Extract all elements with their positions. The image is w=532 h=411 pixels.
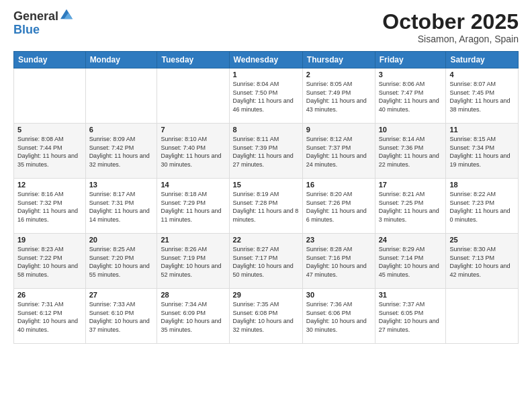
day-content: Sunrise: 7:33 AM Sunset: 6:10 PM Dayligh…: [89, 300, 154, 334]
table-row: 14Sunrise: 8:18 AM Sunset: 7:29 PM Dayli…: [157, 179, 229, 234]
day-number: 17: [379, 181, 443, 189]
day-number: 4: [449, 71, 515, 79]
day-content: Sunrise: 7:34 AM Sunset: 6:09 PM Dayligh…: [161, 300, 225, 334]
day-content: Sunrise: 7:37 AM Sunset: 6:05 PM Dayligh…: [379, 300, 443, 334]
day-number: 9: [306, 126, 371, 134]
table-row: 9Sunrise: 8:12 AM Sunset: 7:37 PM Daylig…: [302, 124, 375, 179]
table-row: 21Sunrise: 8:26 AM Sunset: 7:19 PM Dayli…: [157, 234, 229, 289]
day-number: 11: [449, 126, 515, 134]
day-number: 25: [449, 236, 515, 244]
day-content: Sunrise: 7:36 AM Sunset: 6:06 PM Dayligh…: [306, 300, 371, 334]
day-content: Sunrise: 8:09 AM Sunset: 7:42 PM Dayligh…: [89, 135, 154, 169]
calendar-week-row: 19Sunrise: 8:23 AM Sunset: 7:22 PM Dayli…: [14, 234, 519, 289]
day-content: Sunrise: 7:31 AM Sunset: 6:12 PM Dayligh…: [17, 300, 82, 334]
table-row: 7Sunrise: 8:10 AM Sunset: 7:40 PM Daylig…: [157, 124, 229, 179]
day-number: 27: [89, 291, 154, 299]
day-number: 26: [17, 291, 82, 299]
logo-text: General Blue: [13, 10, 73, 37]
table-row: 5Sunrise: 8:08 AM Sunset: 7:44 PM Daylig…: [14, 124, 86, 179]
day-content: Sunrise: 8:15 AM Sunset: 7:34 PM Dayligh…: [449, 135, 515, 169]
logo-blue: Blue: [13, 24, 73, 37]
day-number: 12: [17, 181, 82, 189]
table-row: 10Sunrise: 8:14 AM Sunset: 7:36 PM Dayli…: [375, 124, 446, 179]
header-sunday: Sunday: [14, 52, 86, 68]
day-content: Sunrise: 8:25 AM Sunset: 7:20 PM Dayligh…: [89, 245, 154, 279]
day-content: Sunrise: 8:20 AM Sunset: 7:26 PM Dayligh…: [306, 190, 371, 224]
day-number: 1: [233, 71, 299, 79]
day-content: Sunrise: 8:26 AM Sunset: 7:19 PM Dayligh…: [161, 245, 225, 279]
logo-icon: [60, 8, 73, 20]
day-content: Sunrise: 8:21 AM Sunset: 7:25 PM Dayligh…: [379, 190, 443, 224]
day-content: Sunrise: 8:23 AM Sunset: 7:22 PM Dayligh…: [17, 245, 82, 279]
month-title: October 2025: [382, 10, 519, 34]
day-number: 24: [379, 236, 443, 244]
day-number: 29: [233, 291, 299, 299]
day-content: Sunrise: 8:18 AM Sunset: 7:29 PM Dayligh…: [161, 190, 225, 224]
day-content: Sunrise: 8:11 AM Sunset: 7:39 PM Dayligh…: [233, 135, 299, 169]
table-row: 15Sunrise: 8:19 AM Sunset: 7:28 PM Dayli…: [229, 179, 302, 234]
table-row: 3Sunrise: 8:06 AM Sunset: 7:47 PM Daylig…: [375, 68, 446, 124]
day-content: Sunrise: 8:22 AM Sunset: 7:23 PM Dayligh…: [449, 190, 515, 224]
header-monday: Monday: [85, 52, 157, 68]
table-row: 26Sunrise: 7:31 AM Sunset: 6:12 PM Dayli…: [14, 289, 86, 344]
table-row: 12Sunrise: 8:16 AM Sunset: 7:32 PM Dayli…: [14, 179, 86, 234]
day-content: Sunrise: 8:14 AM Sunset: 7:36 PM Dayligh…: [379, 135, 443, 169]
day-content: Sunrise: 8:10 AM Sunset: 7:40 PM Dayligh…: [161, 135, 225, 169]
table-row: 30Sunrise: 7:36 AM Sunset: 6:06 PM Dayli…: [302, 289, 375, 344]
calendar-table: Sunday Monday Tuesday Wednesday Thursday…: [13, 51, 519, 344]
table-row: [157, 68, 229, 124]
day-content: Sunrise: 8:12 AM Sunset: 7:37 PM Dayligh…: [306, 135, 371, 169]
table-row: 2Sunrise: 8:05 AM Sunset: 7:49 PM Daylig…: [302, 68, 375, 124]
calendar-week-row: 12Sunrise: 8:16 AM Sunset: 7:32 PM Dayli…: [14, 179, 519, 234]
table-row: [14, 68, 86, 124]
day-content: Sunrise: 7:35 AM Sunset: 6:08 PM Dayligh…: [233, 300, 299, 334]
table-row: 27Sunrise: 7:33 AM Sunset: 6:10 PM Dayli…: [85, 289, 157, 344]
day-number: 13: [89, 181, 154, 189]
table-row: 28Sunrise: 7:34 AM Sunset: 6:09 PM Dayli…: [157, 289, 229, 344]
day-content: Sunrise: 8:27 AM Sunset: 7:17 PM Dayligh…: [233, 245, 299, 279]
day-number: 3: [379, 71, 443, 79]
day-number: 16: [306, 181, 371, 189]
day-content: Sunrise: 8:08 AM Sunset: 7:44 PM Dayligh…: [17, 135, 82, 169]
header: General Blue October 2025 Sisamon, Arago…: [13, 10, 519, 44]
day-number: 2: [306, 71, 371, 79]
day-number: 14: [161, 181, 225, 189]
table-row: 29Sunrise: 7:35 AM Sunset: 6:08 PM Dayli…: [229, 289, 302, 344]
title-block: October 2025 Sisamon, Aragon, Spain: [382, 10, 519, 44]
calendar-header-row: Sunday Monday Tuesday Wednesday Thursday…: [14, 52, 519, 68]
table-row: 18Sunrise: 8:22 AM Sunset: 7:23 PM Dayli…: [446, 179, 519, 234]
table-row: [446, 289, 519, 344]
day-number: 10: [379, 126, 443, 134]
table-row: 6Sunrise: 8:09 AM Sunset: 7:42 PM Daylig…: [85, 124, 157, 179]
header-wednesday: Wednesday: [229, 52, 302, 68]
day-number: 28: [161, 291, 225, 299]
table-row: 31Sunrise: 7:37 AM Sunset: 6:05 PM Dayli…: [375, 289, 446, 344]
day-number: 20: [89, 236, 154, 244]
header-saturday: Saturday: [446, 52, 519, 68]
day-number: 18: [449, 181, 515, 189]
calendar-week-row: 26Sunrise: 7:31 AM Sunset: 6:12 PM Dayli…: [14, 289, 519, 344]
day-content: Sunrise: 8:16 AM Sunset: 7:32 PM Dayligh…: [17, 190, 82, 224]
day-number: 19: [17, 236, 82, 244]
calendar-week-row: 5Sunrise: 8:08 AM Sunset: 7:44 PM Daylig…: [14, 124, 519, 179]
header-friday: Friday: [375, 52, 446, 68]
table-row: 23Sunrise: 8:28 AM Sunset: 7:16 PM Dayli…: [302, 234, 375, 289]
day-content: Sunrise: 8:05 AM Sunset: 7:49 PM Dayligh…: [306, 80, 371, 113]
day-content: Sunrise: 8:17 AM Sunset: 7:31 PM Dayligh…: [89, 190, 154, 224]
day-number: 31: [379, 291, 443, 299]
day-content: Sunrise: 8:06 AM Sunset: 7:47 PM Dayligh…: [379, 80, 443, 113]
logo-general: General: [13, 10, 58, 24]
day-number: 7: [161, 126, 225, 134]
day-content: Sunrise: 8:04 AM Sunset: 7:50 PM Dayligh…: [233, 80, 299, 113]
day-number: 8: [233, 126, 299, 134]
table-row: 17Sunrise: 8:21 AM Sunset: 7:25 PM Dayli…: [375, 179, 446, 234]
header-thursday: Thursday: [302, 52, 375, 68]
table-row: 24Sunrise: 8:29 AM Sunset: 7:14 PM Dayli…: [375, 234, 446, 289]
table-row: [85, 68, 157, 124]
table-row: 20Sunrise: 8:25 AM Sunset: 7:20 PM Dayli…: [85, 234, 157, 289]
day-content: Sunrise: 8:28 AM Sunset: 7:16 PM Dayligh…: [306, 245, 371, 279]
page: General Blue October 2025 Sisamon, Arago…: [0, 0, 532, 411]
table-row: 13Sunrise: 8:17 AM Sunset: 7:31 PM Dayli…: [85, 179, 157, 234]
day-content: Sunrise: 8:19 AM Sunset: 7:28 PM Dayligh…: [233, 190, 299, 224]
table-row: 1Sunrise: 8:04 AM Sunset: 7:50 PM Daylig…: [229, 68, 302, 124]
